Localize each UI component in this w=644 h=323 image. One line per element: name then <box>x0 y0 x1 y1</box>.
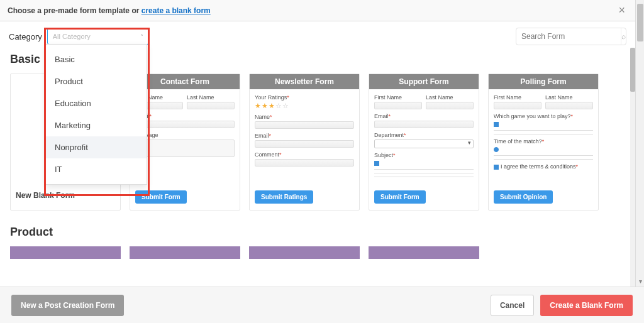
search-icon: ⌕ <box>621 32 626 41</box>
modal-header: Choose a pre-made form template or creat… <box>0 0 635 21</box>
mini-textarea <box>135 140 235 157</box>
page-scrollbar[interactable]: ▾ <box>635 0 644 287</box>
content-scrollbar[interactable] <box>630 48 635 287</box>
submit-button[interactable]: Submit Opinion <box>494 190 553 204</box>
checkbox-icon <box>374 161 379 166</box>
field-label: Which game you want to play?* <box>494 113 593 119</box>
mini-input <box>255 121 354 129</box>
scroll-down-icon[interactable]: ▾ <box>636 276 644 285</box>
terms-label: I agree the terms & conditions* <box>501 163 578 170</box>
template-card-polling[interactable]: Polling Form First Name Last Name Which … <box>488 74 599 211</box>
field-label: Email* <box>255 133 354 139</box>
dropdown-option-product[interactable]: Product <box>46 70 147 92</box>
search-button[interactable]: ⌕ <box>621 28 626 45</box>
dropdown-option-nonprofit[interactable]: Nonprofit <box>46 136 147 158</box>
card-title: Polling Form <box>489 74 598 89</box>
category-placeholder: All Category <box>53 33 91 40</box>
field-label: First Name <box>374 94 422 101</box>
scrollbar-thumb[interactable] <box>637 4 643 41</box>
category-label: Category <box>9 32 42 41</box>
category-select[interactable]: All Category ˄ <box>47 28 149 45</box>
search-input[interactable] <box>516 32 621 41</box>
field-label: Message <box>135 132 235 138</box>
modal-header-text: Choose a pre-made form template or creat… <box>8 6 211 15</box>
search-box: ⌕ <box>516 28 626 45</box>
submit-button[interactable]: Submit Form <box>374 190 426 204</box>
dropdown-option-it[interactable]: IT <box>46 158 147 180</box>
field-label: Name* <box>255 114 354 120</box>
template-card-product[interactable] <box>10 246 121 259</box>
template-card-product[interactable] <box>369 246 479 259</box>
mini-input <box>426 102 474 109</box>
template-card-product[interactable] <box>130 246 240 259</box>
close-icon[interactable]: × <box>616 4 628 17</box>
chevron-up-icon: ˄ <box>140 33 143 40</box>
field-label: Last Name <box>545 94 593 101</box>
field-label: Your Ratings* <box>255 94 354 101</box>
mini-input <box>374 121 474 128</box>
category-dropdown: Basic Product Education Marketing Nonpro… <box>45 44 147 185</box>
field-label: Comment* <box>255 151 354 158</box>
field-label: Email* <box>374 113 474 119</box>
new-post-form-button[interactable]: New a Post Creation Form <box>11 295 124 316</box>
field-label: Last Name <box>426 94 474 101</box>
submit-button[interactable]: Submit Form <box>135 190 187 204</box>
field-label: Email* <box>135 113 235 119</box>
header-prefix: Choose a pre-made form template or <box>8 6 142 15</box>
star-rating: ★★★☆☆ <box>255 102 354 110</box>
template-card-support[interactable]: Support Form First Name Last Name Email*… <box>369 74 479 211</box>
create-blank-link[interactable]: create a blank form <box>142 6 211 15</box>
dropdown-option-basic[interactable]: Basic <box>46 48 147 70</box>
template-card-product[interactable] <box>249 246 360 259</box>
field-label: Department* <box>374 132 474 138</box>
mini-input <box>135 121 235 128</box>
checkbox-icon <box>494 165 499 170</box>
card-title: Newsletter Form <box>250 74 359 89</box>
checkbox-icon <box>494 122 499 127</box>
radio-icon <box>494 147 499 152</box>
submit-button[interactable]: Submit Ratings <box>255 190 313 204</box>
template-card-newsletter[interactable]: Newsletter Form Your Ratings* ★★★☆☆ Name… <box>249 74 360 211</box>
mini-input <box>255 140 354 148</box>
mini-input <box>374 102 422 109</box>
field-label: First Name <box>494 94 541 101</box>
create-blank-form-button[interactable]: Create a Blank Form <box>540 295 633 316</box>
template-modal: Choose a pre-made form template or creat… <box>0 0 635 287</box>
section-heading-product: Product <box>10 226 625 239</box>
mini-input <box>494 102 541 109</box>
card-title: Support Form <box>369 74 479 89</box>
field-label: Time of the match?* <box>494 138 593 145</box>
scrollbar-thumb[interactable] <box>630 48 635 92</box>
dropdown-option-marketing[interactable]: Marketing <box>46 114 147 136</box>
mini-input <box>545 102 593 109</box>
mini-input <box>255 159 354 167</box>
mini-input <box>187 102 235 109</box>
mini-select <box>374 140 474 148</box>
product-card-row <box>10 246 625 259</box>
field-label: Subject* <box>374 152 474 158</box>
footer-bar: New a Post Creation Form Cancel Create a… <box>0 287 644 323</box>
cancel-button[interactable]: Cancel <box>491 295 534 316</box>
field-label: Last Name <box>187 94 235 101</box>
dropdown-option-education[interactable]: Education <box>46 92 147 114</box>
blank-form-label: New Blank Form <box>16 191 75 206</box>
toolbar-left: Category All Category ˄ <box>9 28 149 45</box>
